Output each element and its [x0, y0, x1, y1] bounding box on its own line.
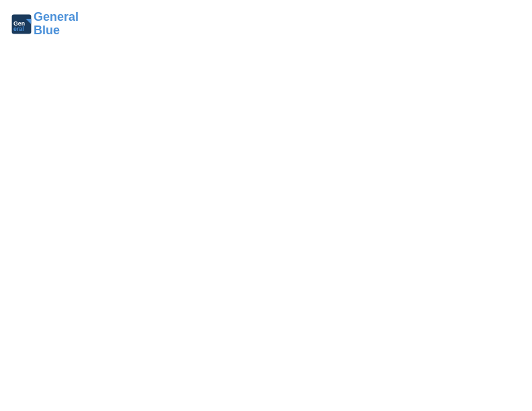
logo-icon: Gen eral: [11, 13, 32, 35]
page-header: Gen eral GeneralBlue: [11, 11, 521, 38]
svg-text:eral: eral: [13, 26, 24, 32]
logo: Gen eral GeneralBlue: [11, 11, 79, 38]
logo-text: GeneralBlue: [34, 11, 79, 38]
